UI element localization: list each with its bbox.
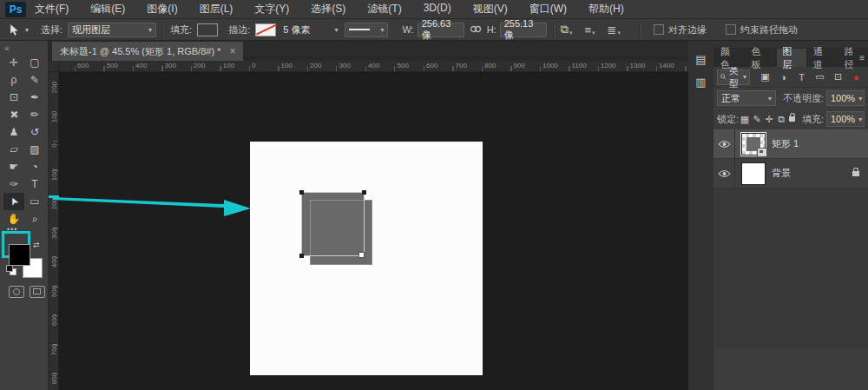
dodge-tool-icon: ◔ [31,161,37,173]
panel-tab-颜色[interactable]: 颜色 [715,49,745,67]
path-selection-tool[interactable]: ➤ [3,193,24,210]
layer-filter-icons: ▣◑T▭⊡● [755,69,865,85]
stroke-size-chevron-icon[interactable]: ▾ [334,26,338,34]
stroke-style-dropdown[interactable]: ▾ [345,23,388,37]
horizontal-ruler[interactable]: 6005004003002001000100200300400500600700… [59,61,688,72]
layer-thumbnail[interactable] [741,133,766,155]
tool-preset-chevron-icon[interactable]: ▾ [25,26,29,34]
opacity-input[interactable]: 100% ▾ [826,90,865,106]
filter-type-layers-icon[interactable]: T [793,69,810,85]
panel-tab-通道[interactable]: 通道 [808,49,838,67]
path-anchor-bottom-right[interactable] [358,252,365,258]
constrain-path-checkbox[interactable] [726,24,736,35]
path-anchor-bottom-left[interactable] [299,254,304,258]
gradient-tool[interactable]: ▨ [24,141,45,158]
path-alignment-button[interactable]: ≡▾ [584,23,595,36]
menu-item[interactable]: 滤镜(T) [367,2,401,17]
path-arrangement-button[interactable]: ≣▾ [608,23,621,36]
zoom-tool[interactable]: ⌕ [24,210,45,228]
history-brush-tool[interactable]: ↺ [24,123,45,141]
layer-row-background[interactable]: 背景 [713,159,868,188]
tools-panel: « ✛▢ρ✎⊡✒✚✏♟↺▱▨☛◔✑T➤▭✋⌕ ••• ⇄ [0,41,49,390]
path-anchor-top-left[interactable] [299,190,304,195]
default-colors-icon[interactable] [6,265,16,274]
lock-image-pixels-icon[interactable]: ✎ [752,114,762,125]
eyedropper-tool[interactable]: ✒ [24,89,45,106]
menu-item[interactable]: 文字(Y) [254,2,289,17]
ruler-label: 400 [368,62,379,69]
filter-smart-objects-icon[interactable]: ⊡ [830,69,846,85]
lock-transparent-pixels-icon[interactable]: ▦ [740,114,750,125]
layer-name[interactable]: 背景 [772,167,791,180]
path-operations-button[interactable]: ⧉▾ [561,23,573,36]
active-tool-icon[interactable] [9,23,20,36]
smudge-tool[interactable]: ☛ [3,158,24,175]
width-input[interactable]: 256.63像 [418,23,464,37]
stroke-size-value[interactable]: 5 像素 [283,23,310,36]
layer-thumbnail[interactable] [741,162,766,185]
filter-shape-layers-icon[interactable]: ▭ [812,69,828,85]
menu-item[interactable]: 编辑(E) [90,2,125,17]
lock-all-icon[interactable] [789,116,795,122]
height-value: 255.13像 [504,18,542,42]
panel-fill-input[interactable]: 100% ▾ [826,111,865,127]
select-mode-dropdown[interactable]: 现用图层 ▾ [68,23,156,37]
menu-item[interactable]: 视图(V) [473,2,508,17]
vertical-ruler[interactable]: 2001000100200300400500600700800 [49,72,59,390]
toolbar-collapse-icon[interactable]: « [4,43,9,53]
align-edges-checkbox[interactable] [654,24,664,35]
layer-filter-dropdown[interactable]: 类型 ▾ [717,69,750,85]
menu-item[interactable]: 图像(I) [147,2,177,17]
quick-selection-tool[interactable]: ✎ [24,71,45,89]
layer-name[interactable]: 矩形 1 [772,137,799,150]
panel-menu-icon[interactable]: ≡ [859,53,865,63]
lasso-tool-icon: ρ [11,74,17,86]
tab-close-icon[interactable]: × [229,45,235,57]
rectangle-tool[interactable]: ▭ [24,193,45,210]
document-tab[interactable]: 未标题-1 @ 45.5% (矩形 1, RGB/8#) * × [52,42,243,61]
history-brush-tool-icon: ↺ [30,126,39,138]
lasso-tool[interactable]: ρ [3,71,24,89]
filter-toggle-icon[interactable]: ● [848,69,865,85]
layer-visibility-toggle[interactable] [713,129,735,158]
fill-swatch[interactable] [197,23,218,36]
screen-mode-button[interactable] [30,286,45,298]
panel-tab-色板[interactable]: 色板 [746,49,776,67]
ruler-label: 600 [426,62,437,69]
clone-stamp-tool[interactable]: ♟ [3,123,24,141]
collapsed-panel-properties-icon[interactable]: ▥ [694,76,708,89]
blend-mode-dropdown[interactable]: 正常 ▾ [717,90,776,106]
layer-visibility-toggle[interactable] [713,159,735,188]
move-tool[interactable]: ✛ [3,54,24,71]
brush-tool[interactable]: ✏ [24,106,45,123]
type-tool[interactable]: T [24,175,45,193]
eraser-tool[interactable]: ▱ [3,141,24,158]
rectangular-marquee-tool[interactable]: ▢ [24,54,45,71]
menu-item[interactable]: 帮助(H) [589,2,624,17]
lock-position-icon[interactable]: ✛ [764,114,774,125]
filter-adjustment-layers-icon[interactable]: ◑ [775,69,792,85]
link-dimensions-icon[interactable] [470,24,482,35]
lock-artboard-icon[interactable]: ⧉ [776,114,786,125]
path-anchor-top-right[interactable] [362,190,366,195]
pen-tool[interactable]: ✑ [3,175,24,193]
panel-tab-图层[interactable]: 图层 [777,49,806,67]
quick-mask-button[interactable] [9,286,24,298]
healing-brush-tool[interactable]: ✚ [3,106,24,123]
crop-tool[interactable]: ⊡ [3,89,24,106]
menu-item[interactable]: 文件(F) [35,2,69,17]
menu-item[interactable]: 3D(D) [424,2,451,17]
stroke-swatch[interactable] [255,23,276,36]
foreground-color-swatch[interactable] [9,244,30,266]
menu-item[interactable]: 窗口(W) [529,2,567,17]
height-input[interactable]: 255.13像 [500,23,547,37]
dodge-tool[interactable]: ◔ [24,158,45,175]
filter-pixel-layers-icon[interactable]: ▣ [757,69,773,85]
menu-item[interactable]: 图层(L) [200,2,233,17]
swap-colors-icon[interactable]: ⇄ [33,241,40,249]
collapsed-panel-history-icon[interactable]: ▤ [694,53,708,66]
layer-row-rectangle-1[interactable]: 矩形 1 [713,129,868,159]
menu-item[interactable]: 选择(S) [311,2,345,17]
ruler-corner[interactable] [49,61,59,72]
edit-toolbar-icon[interactable]: ••• [7,225,17,234]
